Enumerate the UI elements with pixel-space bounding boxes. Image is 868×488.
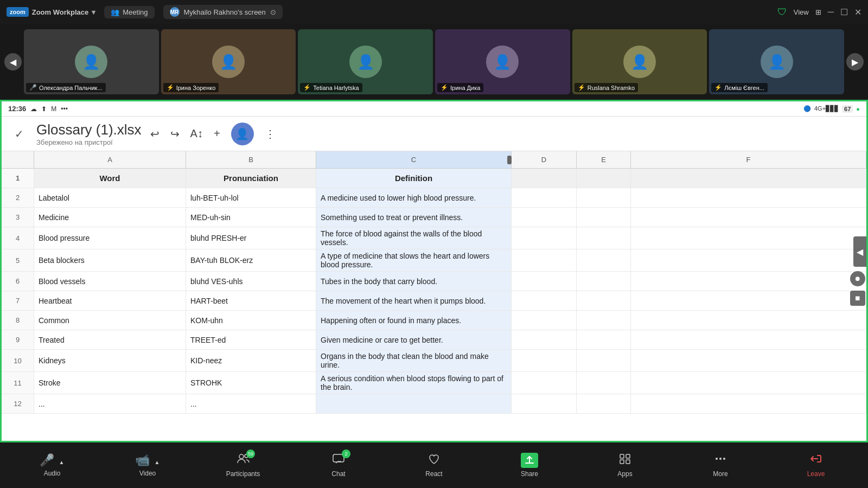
toolbar-participants[interactable]: 59 Participants xyxy=(221,453,265,478)
table-row[interactable]: 8CommonKOM-uhnHappening often or found i… xyxy=(2,311,866,330)
zoom-logo[interactable]: zoom Zoom Workplace ▾ xyxy=(7,7,95,17)
table-cell[interactable]: The force of blood against the walls of … xyxy=(316,227,512,249)
table-row[interactable]: 11StrokeSTROHKA serious condition when b… xyxy=(2,372,866,394)
table-cell[interactable] xyxy=(577,169,631,188)
col-header-e[interactable]: E xyxy=(577,151,631,168)
table-cell[interactable]: A medicine used to lower high blood pres… xyxy=(316,188,512,207)
toolbar-apps[interactable]: Apps xyxy=(603,453,647,478)
col-resize-handle[interactable] xyxy=(507,156,512,164)
table-cell[interactable]: 6 xyxy=(2,272,34,291)
table-cell[interactable] xyxy=(512,350,577,371)
table-cell[interactable] xyxy=(631,330,866,349)
table-cell[interactable] xyxy=(631,208,866,227)
table-cell[interactable] xyxy=(316,394,512,413)
table-cell[interactable] xyxy=(577,394,631,413)
toolbar-share[interactable]: Share xyxy=(508,453,551,478)
table-cell[interactable]: ... xyxy=(186,394,316,413)
toolbar-leave[interactable]: Leave xyxy=(794,453,838,478)
table-row[interactable]: 10KidneysKID-neezOrgans in the body that… xyxy=(2,350,866,372)
table-cell[interactable] xyxy=(577,350,631,371)
table-cell[interactable] xyxy=(631,249,866,271)
toolbar-audio[interactable]: 🎤 ▲ Audio xyxy=(30,453,74,477)
table-cell[interactable]: Heartbeat xyxy=(34,291,186,310)
table-row[interactable]: 9TreatedTREET-edGiven medicine or care t… xyxy=(2,330,866,350)
table-cell[interactable]: Labetalol xyxy=(34,188,186,207)
redo-button[interactable]: ↪ xyxy=(170,127,180,140)
table-cell[interactable] xyxy=(577,291,631,310)
collapse-panel-btn[interactable]: ◀ xyxy=(853,236,866,267)
screen-share-tab[interactable]: MR Mykhailo Rakhno's screen ⊙ xyxy=(163,5,283,19)
options-button[interactable]: ⋮ xyxy=(265,127,276,140)
table-cell[interactable]: STROHK xyxy=(186,372,316,394)
meeting-tab[interactable]: 👥 Meeting xyxy=(104,6,154,18)
table-row[interactable]: 7HeartbeatHART-beetThe movement of the h… xyxy=(2,291,866,311)
table-cell[interactable] xyxy=(577,372,631,394)
table-cell[interactable]: 3 xyxy=(2,208,34,227)
table-cell[interactable]: A type of medicine that slows the heart … xyxy=(316,249,512,271)
table-cell[interactable]: Happening often or found in many places. xyxy=(316,311,512,330)
table-row[interactable]: 2Labetalolluh-BET-uh-lolA medicine used … xyxy=(2,188,866,208)
table-cell[interactable]: 9 xyxy=(2,330,34,349)
next-participant-btn[interactable]: ▶ xyxy=(846,53,864,70)
participant-thumb-3[interactable]: 👤 ⚡ Tetiana Harlytska xyxy=(298,29,433,94)
table-cell[interactable]: A serious condition when blood stops flo… xyxy=(316,372,512,394)
table-cell[interactable] xyxy=(512,372,577,394)
table-cell[interactable]: 7 xyxy=(2,291,34,310)
table-cell[interactable]: Common xyxy=(34,311,186,330)
table-cell[interactable]: Pronunciation xyxy=(186,169,316,188)
table-row[interactable]: 6Blood vesselsbluhd VES-uhlsTubes in the… xyxy=(2,272,866,291)
view-label[interactable]: View xyxy=(794,8,809,16)
table-cell[interactable]: 4 xyxy=(2,227,34,249)
table-cell[interactable]: Definition xyxy=(316,169,512,188)
table-cell[interactable] xyxy=(512,311,577,330)
col-header-f[interactable]: F xyxy=(631,151,866,168)
table-cell[interactable]: 12 xyxy=(2,394,34,413)
participant-thumb-2[interactable]: 👤 ⚡ Ірина Зоренко xyxy=(161,29,296,94)
table-cell[interactable] xyxy=(631,394,866,413)
font-button[interactable]: A↕ xyxy=(190,127,203,140)
undo-button[interactable]: ↩ xyxy=(150,127,159,140)
table-cell[interactable] xyxy=(512,208,577,227)
toolbar-react[interactable]: React xyxy=(412,453,456,478)
participant-thumb-4[interactable]: 👤 ⚡ Ірина Дика xyxy=(435,29,570,94)
participant-thumb-5[interactable]: 👤 ⚡ Ruslana Shramko xyxy=(572,29,707,94)
col-header-c[interactable]: C xyxy=(316,151,512,168)
table-cell[interactable] xyxy=(631,169,866,188)
check-button[interactable]: ✓ xyxy=(10,125,28,143)
col-header-b[interactable]: B xyxy=(186,151,316,168)
table-cell[interactable]: 11 xyxy=(2,372,34,394)
table-cell[interactable]: Stroke xyxy=(34,372,186,394)
table-cell[interactable] xyxy=(577,188,631,207)
table-cell[interactable]: Beta blockers xyxy=(34,249,186,271)
table-cell[interactable]: 8 xyxy=(2,311,34,330)
table-cell[interactable] xyxy=(577,227,631,249)
table-cell[interactable]: KOM-uhn xyxy=(186,311,316,330)
table-row[interactable]: 5Beta blockersBAY-tuh BLOK-erzA type of … xyxy=(2,249,866,272)
table-cell[interactable]: KID-neez xyxy=(186,350,316,371)
table-cell[interactable] xyxy=(577,249,631,271)
table-cell[interactable] xyxy=(631,227,866,249)
table-cell[interactable]: Organs in the body that clean the blood … xyxy=(316,350,512,371)
table-row[interactable]: 3MedicineMED-uh-sinSomething used to tre… xyxy=(2,208,866,227)
table-cell[interactable] xyxy=(577,272,631,291)
col-header-a[interactable]: A xyxy=(34,151,186,168)
table-cell[interactable]: Something used to treat or prevent illne… xyxy=(316,208,512,227)
add-button[interactable]: + xyxy=(214,127,220,140)
table-cell[interactable]: 2 xyxy=(2,188,34,207)
table-cell[interactable] xyxy=(631,311,866,330)
table-cell[interactable] xyxy=(512,169,577,188)
table-cell[interactable]: bluhd VES-uhls xyxy=(186,272,316,291)
participant-thumb-1[interactable]: 👤 🎤 Олександра Пальчик... xyxy=(24,29,159,94)
window-minimize-icon[interactable]: ─ xyxy=(828,7,834,17)
screen-share-close-icon[interactable]: ⊙ xyxy=(270,8,276,16)
record-btn[interactable]: ⏺ xyxy=(850,271,865,286)
prev-participant-btn[interactable]: ◀ xyxy=(4,53,22,70)
table-cell[interactable]: Blood pressure xyxy=(34,227,186,249)
table-cell[interactable] xyxy=(512,291,577,310)
table-cell[interactable]: The movement of the heart when it pumps … xyxy=(316,291,512,310)
table-cell[interactable]: 5 xyxy=(2,249,34,271)
stop-share-btn[interactable]: ⏹ xyxy=(850,291,865,306)
table-row[interactable]: 4Blood pressurebluhd PRESH-erThe force o… xyxy=(2,227,866,249)
table-cell[interactable] xyxy=(512,330,577,349)
table-cell[interactable]: Medicine xyxy=(34,208,186,227)
